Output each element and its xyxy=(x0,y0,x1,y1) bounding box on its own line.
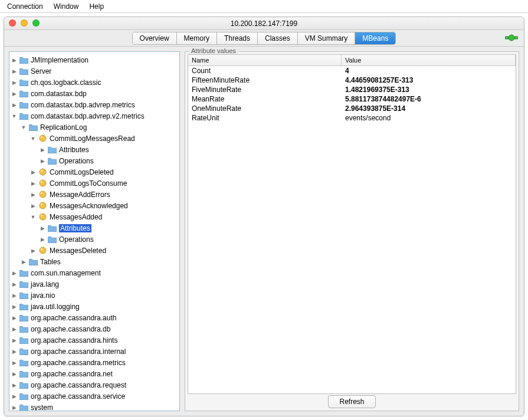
menu-window[interactable]: Window xyxy=(54,2,79,11)
tree-item[interactable]: ch.qos.logback.classic xyxy=(9,77,179,88)
tree-item[interactable]: ReplicationLog xyxy=(9,122,179,133)
tree-item[interactable]: com.datastax.bdp.advrep.v2.metrics xyxy=(9,110,179,122)
tree-toggle-icon[interactable] xyxy=(11,326,18,332)
tree-item-selected[interactable]: Attributes xyxy=(9,222,179,234)
tree-item[interactable]: CommitLogMessagesRead xyxy=(9,133,179,144)
tree-item[interactable]: org.apache.cassandra.db xyxy=(9,323,179,334)
tree-item[interactable]: org.apache.cassandra.hints xyxy=(9,334,179,346)
tree-toggle-icon[interactable] xyxy=(29,181,37,186)
menu-help[interactable]: Help xyxy=(89,2,104,11)
tree-item[interactable]: Tables xyxy=(9,256,179,267)
attr-value: 4 xyxy=(342,66,516,76)
tree-toggle-icon[interactable] xyxy=(29,192,37,198)
tree-item[interactable]: org.apache.cassandra.net xyxy=(9,368,179,379)
tree-item[interactable]: org.apache.cassandra.metrics xyxy=(9,357,179,368)
table-row[interactable]: Count 4 xyxy=(188,66,516,76)
tab-mbeans[interactable]: MBeans xyxy=(355,32,395,44)
tree-item[interactable]: com.datastax.bdp.advrep.metrics xyxy=(9,99,179,110)
tree-toggle-icon[interactable] xyxy=(11,382,18,388)
tree-toggle-icon[interactable] xyxy=(29,248,37,254)
tree-item[interactable]: org.apache.cassandra.service xyxy=(9,391,179,402)
tree-item[interactable]: system xyxy=(9,402,179,411)
tree-toggle-icon[interactable] xyxy=(29,203,37,209)
folder-icon xyxy=(28,123,38,132)
tree-item[interactable]: CommitLogsToConsume xyxy=(9,178,179,189)
tree-toggle-icon[interactable] xyxy=(39,225,46,231)
tree-toggle-icon[interactable] xyxy=(29,169,37,175)
mbean-tree[interactable]: JMImplementation Server ch.qos.logback.c… xyxy=(9,51,180,411)
tree-item[interactable]: MessagesAcknowledged xyxy=(9,200,179,211)
tree-toggle-icon[interactable] xyxy=(20,259,27,265)
tree-toggle-icon[interactable] xyxy=(11,113,18,119)
tree-toggle-icon[interactable] xyxy=(11,80,18,86)
window-controls xyxy=(9,19,40,27)
tree-toggle-icon[interactable] xyxy=(11,270,18,276)
folder-icon xyxy=(19,56,28,64)
close-icon[interactable] xyxy=(9,19,16,27)
menu-connection[interactable]: Connection xyxy=(7,2,43,11)
tree-toggle-icon[interactable] xyxy=(11,293,18,298)
tree-item[interactable]: Attributes xyxy=(9,144,179,155)
svg-rect-1 xyxy=(505,37,509,39)
tree-toggle-icon[interactable] xyxy=(11,393,18,399)
tree-toggle-icon[interactable] xyxy=(39,158,46,164)
table-row[interactable]: MeanRate 5.881173874482497E-6 xyxy=(188,94,516,104)
refresh-button[interactable]: Refresh xyxy=(328,395,375,408)
bean-icon xyxy=(38,179,47,188)
table-row[interactable]: RateUnit events/second xyxy=(188,113,516,123)
tree-toggle-icon[interactable] xyxy=(20,124,27,130)
tree-toggle-icon[interactable] xyxy=(29,214,37,220)
folder-icon xyxy=(19,90,28,98)
tree-item[interactable]: MessagesDeleted xyxy=(9,245,179,256)
tree-toggle-icon[interactable] xyxy=(11,57,18,63)
tree-toggle-icon[interactable] xyxy=(11,68,18,74)
tree-toggle-icon[interactable] xyxy=(11,405,18,411)
tab-memory[interactable]: Memory xyxy=(177,32,217,44)
tree-item[interactable]: Server xyxy=(9,65,179,77)
svg-point-9 xyxy=(40,191,46,198)
minimize-icon[interactable] xyxy=(21,19,28,27)
zoom-icon[interactable] xyxy=(32,19,40,27)
tree-toggle-icon[interactable] xyxy=(39,147,46,153)
tab-vmsummary[interactable]: VM Summary xyxy=(298,32,356,44)
tree-item[interactable]: java.lang xyxy=(9,278,179,290)
folder-icon xyxy=(19,78,28,87)
tree-item[interactable]: CommitLogsDeleted xyxy=(9,166,179,178)
tab-threads[interactable]: Threads xyxy=(217,32,258,44)
tree-toggle-icon[interactable] xyxy=(11,360,18,366)
tree-item[interactable]: Operations xyxy=(9,155,179,166)
tree-toggle-icon[interactable] xyxy=(11,371,18,377)
tree-toggle-icon[interactable] xyxy=(11,337,18,343)
tree-toggle-icon[interactable] xyxy=(11,102,18,108)
folder-icon xyxy=(19,303,28,311)
tree-item[interactable]: JMImplementation xyxy=(9,54,179,65)
svg-point-8 xyxy=(41,181,42,183)
tree-item[interactable]: org.apache.cassandra.internal xyxy=(9,346,179,357)
table-row[interactable]: FiveMinuteRate 1.4821969375E-313 xyxy=(188,85,516,94)
tree-toggle-icon[interactable] xyxy=(11,91,18,97)
tree-item[interactable]: org.apache.cassandra.request xyxy=(9,379,179,391)
tree-item[interactable]: com.sun.management xyxy=(9,267,179,278)
titlebar: 10.200.182.147:7199 xyxy=(4,17,524,30)
tree-item[interactable]: java.util.logging xyxy=(9,301,179,312)
tree-item[interactable]: MessageAddErrors xyxy=(9,189,179,200)
svg-point-0 xyxy=(509,35,514,41)
tree-toggle-icon[interactable] xyxy=(39,237,46,242)
tree-label: MessagesAdded xyxy=(50,213,102,221)
table-row[interactable]: OneMinuteRate 2.964393875E-314 xyxy=(188,104,516,113)
tab-overview[interactable]: Overview xyxy=(133,32,177,44)
tree-toggle-icon[interactable] xyxy=(11,315,18,321)
tree-item[interactable]: java.nio xyxy=(9,290,179,301)
tree-toggle-icon[interactable] xyxy=(11,304,18,310)
attribute-table[interactable]: Name Value Count 4 FifteenMinuteRate 4.4… xyxy=(188,54,516,394)
tree-item[interactable]: com.datastax.bdp xyxy=(9,88,179,99)
tree-toggle-icon[interactable] xyxy=(11,349,18,355)
bean-icon xyxy=(38,202,47,210)
tree-toggle-icon[interactable] xyxy=(11,281,18,287)
tab-classes[interactable]: Classes xyxy=(258,32,298,44)
tree-toggle-icon[interactable] xyxy=(29,136,37,142)
tree-item[interactable]: MessagesAdded xyxy=(9,211,179,222)
table-row[interactable]: FifteenMinuteRate 4.44659081257E-313 xyxy=(188,76,516,85)
tree-item[interactable]: Operations xyxy=(9,234,179,245)
tree-item[interactable]: org.apache.cassandra.auth xyxy=(9,312,179,323)
